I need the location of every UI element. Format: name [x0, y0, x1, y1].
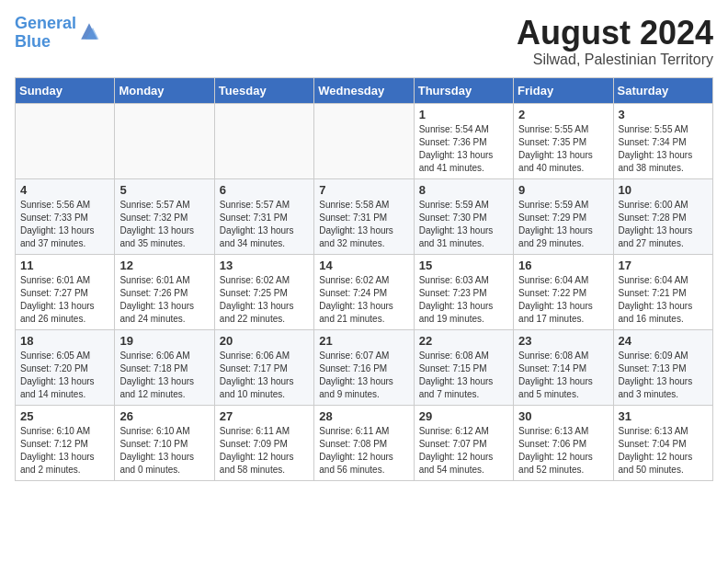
calendar-week-row: 11Sunrise: 6:01 AM Sunset: 7:27 PM Dayli…	[16, 254, 713, 329]
day-number: 13	[220, 259, 309, 272]
day-number: 11	[20, 259, 109, 272]
day-number: 8	[419, 183, 508, 197]
title-block: August 2024 Silwad, Palestinian Territor…	[517, 15, 713, 68]
day-info: Sunrise: 6:13 AM Sunset: 7:04 PM Dayligh…	[619, 425, 708, 477]
calendar-title: August 2024	[517, 15, 713, 52]
calendar-week-row: 25Sunrise: 6:10 AM Sunset: 7:12 PM Dayli…	[16, 405, 713, 480]
day-info: Sunrise: 5:57 AM Sunset: 7:31 PM Dayligh…	[220, 199, 309, 250]
calendar-cell: 29Sunrise: 6:12 AM Sunset: 7:07 PM Dayli…	[414, 405, 513, 480]
day-info: Sunrise: 6:05 AM Sunset: 7:20 PM Dayligh…	[20, 350, 109, 401]
day-info: Sunrise: 5:54 AM Sunset: 7:36 PM Dayligh…	[419, 123, 508, 175]
calendar-cell: 28Sunrise: 6:11 AM Sunset: 7:08 PM Dayli…	[314, 405, 414, 480]
calendar-subtitle: Silwad, Palestinian Territory	[517, 52, 713, 68]
calendar-cell: 16Sunrise: 6:04 AM Sunset: 7:22 PM Dayli…	[514, 254, 613, 329]
calendar-week-row: 18Sunrise: 6:05 AM Sunset: 7:20 PM Dayli…	[16, 329, 713, 405]
day-info: Sunrise: 5:59 AM Sunset: 7:30 PM Dayligh…	[419, 199, 508, 250]
calendar-cell: 5Sunrise: 5:57 AM Sunset: 7:32 PM Daylig…	[115, 178, 214, 254]
logo-icon	[78, 20, 100, 42]
day-info: Sunrise: 6:04 AM Sunset: 7:21 PM Dayligh…	[619, 274, 708, 326]
day-number: 22	[419, 334, 508, 348]
weekday-header-monday: Monday	[115, 77, 214, 103]
calendar-cell: 1Sunrise: 5:54 AM Sunset: 7:36 PM Daylig…	[414, 103, 513, 178]
day-number: 1	[419, 108, 508, 121]
day-info: Sunrise: 6:11 AM Sunset: 7:08 PM Dayligh…	[319, 425, 408, 477]
calendar-cell: 12Sunrise: 6:01 AM Sunset: 7:26 PM Dayli…	[115, 254, 214, 329]
day-number: 3	[619, 108, 708, 121]
calendar-week-row: 4Sunrise: 5:56 AM Sunset: 7:33 PM Daylig…	[16, 178, 713, 254]
logo-text: General Blue	[15, 15, 76, 52]
day-number: 7	[319, 183, 408, 197]
day-number: 18	[20, 334, 109, 348]
calendar-cell: 22Sunrise: 6:08 AM Sunset: 7:15 PM Dayli…	[414, 329, 513, 405]
day-number: 27	[220, 409, 309, 423]
day-number: 30	[518, 409, 608, 423]
day-info: Sunrise: 6:03 AM Sunset: 7:23 PM Dayligh…	[419, 274, 508, 326]
calendar-cell: 7Sunrise: 5:58 AM Sunset: 7:31 PM Daylig…	[314, 178, 414, 254]
day-info: Sunrise: 6:11 AM Sunset: 7:09 PM Dayligh…	[220, 425, 309, 477]
day-info: Sunrise: 6:10 AM Sunset: 7:12 PM Dayligh…	[20, 425, 109, 477]
calendar-cell: 26Sunrise: 6:10 AM Sunset: 7:10 PM Dayli…	[115, 405, 214, 480]
day-number: 23	[518, 334, 608, 348]
calendar-cell: 11Sunrise: 6:01 AM Sunset: 7:27 PM Dayli…	[16, 254, 115, 329]
logo: General Blue	[15, 15, 100, 52]
calendar-cell: 3Sunrise: 5:55 AM Sunset: 7:34 PM Daylig…	[613, 103, 712, 178]
calendar-cell	[115, 103, 214, 178]
calendar-cell: 6Sunrise: 5:57 AM Sunset: 7:31 PM Daylig…	[214, 178, 313, 254]
calendar-cell	[16, 103, 115, 178]
calendar-cell: 20Sunrise: 6:06 AM Sunset: 7:17 PM Dayli…	[214, 329, 313, 405]
day-number: 28	[319, 409, 408, 423]
weekday-header-tuesday: Tuesday	[214, 77, 313, 103]
weekday-header-friday: Friday	[514, 77, 613, 103]
day-number: 9	[518, 183, 608, 197]
calendar-cell: 19Sunrise: 6:06 AM Sunset: 7:18 PM Dayli…	[115, 329, 214, 405]
weekday-header-thursday: Thursday	[414, 77, 513, 103]
day-number: 20	[220, 334, 309, 348]
day-info: Sunrise: 6:00 AM Sunset: 7:28 PM Dayligh…	[619, 199, 708, 250]
day-info: Sunrise: 6:06 AM Sunset: 7:17 PM Dayligh…	[220, 350, 309, 401]
calendar-cell: 10Sunrise: 6:00 AM Sunset: 7:28 PM Dayli…	[613, 178, 712, 254]
day-number: 24	[619, 334, 708, 348]
day-info: Sunrise: 5:59 AM Sunset: 7:29 PM Dayligh…	[518, 199, 608, 250]
calendar-cell: 24Sunrise: 6:09 AM Sunset: 7:13 PM Dayli…	[613, 329, 712, 405]
calendar-cell: 31Sunrise: 6:13 AM Sunset: 7:04 PM Dayli…	[613, 405, 712, 480]
logo-general: General	[15, 14, 76, 32]
calendar-cell: 27Sunrise: 6:11 AM Sunset: 7:09 PM Dayli…	[214, 405, 313, 480]
logo-blue: Blue	[15, 32, 51, 51]
calendar-cell: 2Sunrise: 5:55 AM Sunset: 7:35 PM Daylig…	[514, 103, 613, 178]
day-info: Sunrise: 5:55 AM Sunset: 7:34 PM Dayligh…	[619, 123, 708, 175]
day-info: Sunrise: 6:12 AM Sunset: 7:07 PM Dayligh…	[419, 425, 508, 477]
day-info: Sunrise: 5:56 AM Sunset: 7:33 PM Dayligh…	[20, 199, 109, 250]
calendar-cell: 4Sunrise: 5:56 AM Sunset: 7:33 PM Daylig…	[16, 178, 115, 254]
calendar-cell: 21Sunrise: 6:07 AM Sunset: 7:16 PM Dayli…	[314, 329, 414, 405]
day-number: 16	[518, 259, 608, 272]
day-number: 19	[119, 334, 209, 348]
day-number: 12	[119, 259, 209, 272]
calendar-cell: 13Sunrise: 6:02 AM Sunset: 7:25 PM Dayli…	[214, 254, 313, 329]
day-number: 5	[119, 183, 209, 197]
day-info: Sunrise: 5:55 AM Sunset: 7:35 PM Dayligh…	[518, 123, 608, 175]
day-number: 26	[119, 409, 209, 423]
day-info: Sunrise: 6:01 AM Sunset: 7:26 PM Dayligh…	[119, 274, 209, 326]
calendar-cell: 25Sunrise: 6:10 AM Sunset: 7:12 PM Dayli…	[16, 405, 115, 480]
day-info: Sunrise: 6:02 AM Sunset: 7:25 PM Dayligh…	[220, 274, 309, 326]
day-number: 10	[619, 183, 708, 197]
day-info: Sunrise: 6:08 AM Sunset: 7:15 PM Dayligh…	[419, 350, 508, 401]
day-number: 25	[20, 409, 109, 423]
calendar-cell: 23Sunrise: 6:08 AM Sunset: 7:14 PM Dayli…	[514, 329, 613, 405]
day-number: 6	[220, 183, 309, 197]
calendar-week-row: 1Sunrise: 5:54 AM Sunset: 7:36 PM Daylig…	[16, 103, 713, 178]
calendar-cell: 17Sunrise: 6:04 AM Sunset: 7:21 PM Dayli…	[613, 254, 712, 329]
day-info: Sunrise: 6:08 AM Sunset: 7:14 PM Dayligh…	[518, 350, 608, 401]
weekday-header-wednesday: Wednesday	[314, 77, 414, 103]
day-info: Sunrise: 6:09 AM Sunset: 7:13 PM Dayligh…	[619, 350, 708, 401]
weekday-header-sunday: Sunday	[16, 77, 115, 103]
calendar-cell	[214, 103, 313, 178]
calendar-cell: 9Sunrise: 5:59 AM Sunset: 7:29 PM Daylig…	[514, 178, 613, 254]
weekday-header-row: SundayMondayTuesdayWednesdayThursdayFrid…	[16, 77, 713, 103]
day-number: 14	[319, 259, 408, 272]
day-number: 21	[319, 334, 408, 348]
day-info: Sunrise: 5:57 AM Sunset: 7:32 PM Dayligh…	[119, 199, 209, 250]
calendar-cell	[314, 103, 414, 178]
calendar-table: SundayMondayTuesdayWednesdayThursdayFrid…	[15, 77, 713, 481]
day-number: 4	[20, 183, 109, 197]
